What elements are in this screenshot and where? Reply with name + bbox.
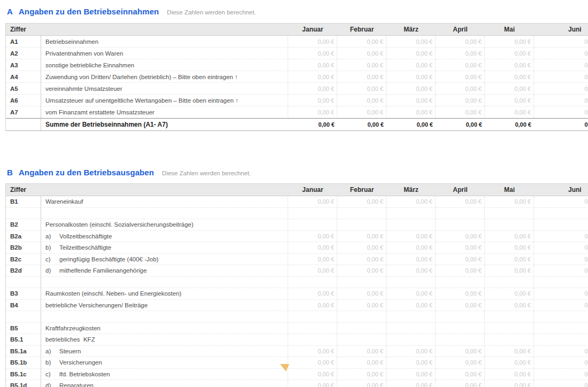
value-cell[interactable]: 0,00 € xyxy=(288,83,337,95)
value-cell[interactable]: 0,00 € xyxy=(485,95,534,106)
ziffer-cell[interactable] xyxy=(6,311,41,323)
value-cell[interactable]: 0,00 € xyxy=(337,231,386,243)
value-cell[interactable]: 0,00 € xyxy=(288,59,337,71)
description-cell[interactable]: sonstige betriebliche Einnahmen xyxy=(41,59,288,71)
value-cell[interactable]: 0,00 € xyxy=(288,346,337,358)
description-cell[interactable]: d)Reparaturen xyxy=(41,380,288,387)
value-cell[interactable]: 0,00 € xyxy=(485,48,534,59)
value-cell[interactable] xyxy=(337,311,386,323)
ziffer-cell[interactable]: B2 xyxy=(6,219,41,231)
value-cell[interactable] xyxy=(386,311,436,323)
sum-value-cell[interactable]: 0,00 € xyxy=(386,119,436,130)
value-cell[interactable]: 0,00 € xyxy=(337,254,386,266)
ziffer-cell[interactable]: A3 xyxy=(6,59,41,71)
value-cell[interactable]: 0,00 € xyxy=(386,346,436,358)
value-cell[interactable] xyxy=(337,323,386,335)
ziffer-cell[interactable]: B4 xyxy=(6,300,41,312)
value-cell[interactable]: 0,00 € xyxy=(386,196,436,208)
value-cell[interactable]: 0,00 € xyxy=(485,36,534,48)
value-cell[interactable] xyxy=(485,219,534,231)
value-cell[interactable]: 0,00 € xyxy=(386,380,436,387)
value-cell[interactable]: 0,00 € xyxy=(485,242,534,254)
value-cell[interactable] xyxy=(386,219,436,231)
value-cell[interactable]: 0,00 € xyxy=(386,265,436,277)
value-cell[interactable]: 0,00 € xyxy=(534,95,588,106)
value-cell[interactable]: 0,00 € xyxy=(436,357,485,369)
ziffer-cell[interactable]: A2 xyxy=(6,48,41,59)
description-cell[interactable]: Umsatzsteuer auf unentgeltliche Wertanga… xyxy=(41,95,288,106)
value-cell[interactable] xyxy=(436,323,485,335)
value-cell[interactable]: 0,00 € xyxy=(436,380,485,387)
description-cell[interactable]: a)Vollzeitbeschäftigte xyxy=(41,231,288,243)
ziffer-cell[interactable]: B5.1b xyxy=(6,357,41,369)
value-cell[interactable] xyxy=(288,208,337,220)
value-cell[interactable]: 0,00 € xyxy=(386,59,436,71)
value-cell[interactable]: 0,00 € xyxy=(436,254,485,266)
value-cell[interactable] xyxy=(386,323,436,335)
value-cell[interactable]: 0,00 € xyxy=(485,300,534,312)
sum-value-cell[interactable]: 0,00 € xyxy=(288,119,337,130)
value-cell[interactable] xyxy=(386,277,436,289)
value-cell[interactable]: 0,00 € xyxy=(288,95,337,106)
value-cell[interactable]: 0,00 € xyxy=(436,242,485,254)
value-cell[interactable]: 0,00 € xyxy=(337,346,386,358)
value-cell[interactable]: 0,00 € xyxy=(337,36,386,48)
ziffer-cell[interactable] xyxy=(6,119,41,130)
column-header-februar[interactable]: Februar xyxy=(337,24,386,35)
value-cell[interactable]: 0,00 € xyxy=(337,106,386,118)
value-cell[interactable]: 0,00 € xyxy=(386,242,436,254)
value-cell[interactable]: 0,00 € xyxy=(386,357,436,369)
sum-value-cell[interactable]: 0,00 € xyxy=(436,119,485,130)
value-cell[interactable]: 0,00 € xyxy=(436,71,485,83)
value-cell[interactable]: 0,00 € xyxy=(534,106,588,118)
value-cell[interactable]: 0,00 € xyxy=(288,357,337,369)
value-cell[interactable]: 0,00 € xyxy=(386,106,436,118)
value-cell[interactable]: 0,00 € xyxy=(485,196,534,208)
column-header-juni[interactable]: Juni xyxy=(534,184,588,196)
value-cell[interactable]: 0,00 € xyxy=(485,380,534,387)
value-cell[interactable] xyxy=(386,208,436,220)
description-cell[interactable]: b)Versicherungen xyxy=(41,357,288,369)
value-cell[interactable]: 0,00 € xyxy=(534,254,588,266)
ziffer-cell[interactable]: B2d xyxy=(6,265,41,277)
value-cell[interactable]: 0,00 € xyxy=(386,254,436,266)
value-cell[interactable]: 0,00 € xyxy=(288,265,337,277)
value-cell[interactable]: 0,00 € xyxy=(337,300,386,312)
description-cell[interactable]: b)Teilzeitbeschäftigte xyxy=(41,242,288,254)
value-cell[interactable] xyxy=(337,219,386,231)
value-cell[interactable] xyxy=(485,208,534,220)
description-cell[interactable]: a)Steuern xyxy=(41,346,288,358)
value-cell[interactable]: 0,00 € xyxy=(436,48,485,59)
value-cell[interactable] xyxy=(436,277,485,289)
value-cell[interactable] xyxy=(485,311,534,323)
column-header-description[interactable] xyxy=(41,24,288,35)
column-header-ziffer[interactable]: Ziffer xyxy=(6,24,41,35)
value-cell[interactable] xyxy=(534,277,588,289)
description-cell[interactable]: Privatentnahmen von Waren xyxy=(41,48,288,59)
value-cell[interactable]: 0,00 € xyxy=(436,231,485,243)
value-cell[interactable]: 0,00 € xyxy=(436,106,485,118)
value-cell[interactable]: 0,00 € xyxy=(288,71,337,83)
value-cell[interactable] xyxy=(485,334,534,346)
ziffer-cell[interactable]: B2a xyxy=(6,231,41,243)
value-cell[interactable]: 0,00 € xyxy=(534,369,588,381)
ziffer-cell[interactable]: A5 xyxy=(6,83,41,95)
value-cell[interactable] xyxy=(288,311,337,323)
value-cell[interactable]: 0,00 € xyxy=(337,83,386,95)
value-cell[interactable]: 0,00 € xyxy=(337,59,386,71)
value-cell[interactable]: 0,00 € xyxy=(534,231,588,243)
ziffer-cell[interactable] xyxy=(6,208,41,220)
value-cell[interactable] xyxy=(337,277,386,289)
value-cell[interactable]: 0,00 € xyxy=(534,196,588,208)
value-cell[interactable]: 0,00 € xyxy=(436,288,485,300)
value-cell[interactable] xyxy=(485,323,534,335)
value-cell[interactable]: 0,00 € xyxy=(337,265,386,277)
description-cell[interactable]: d)mithelfende Familienangehörige xyxy=(41,265,288,277)
sum-label-cell[interactable]: Summe der Betriebseinnahmen (A1- A7) xyxy=(41,119,288,130)
ziffer-cell[interactable]: B5.1a xyxy=(6,346,41,358)
value-cell[interactable]: 0,00 € xyxy=(386,71,436,83)
ziffer-cell[interactable]: B5.1c xyxy=(6,369,41,381)
value-cell[interactable]: 0,00 € xyxy=(436,59,485,71)
description-cell[interactable]: Raumkosten (einschl. Neben- und Energiek… xyxy=(41,288,288,300)
description-cell[interactable]: Zuwendung von Dritten/ Darlehen (betrieb… xyxy=(41,71,288,83)
